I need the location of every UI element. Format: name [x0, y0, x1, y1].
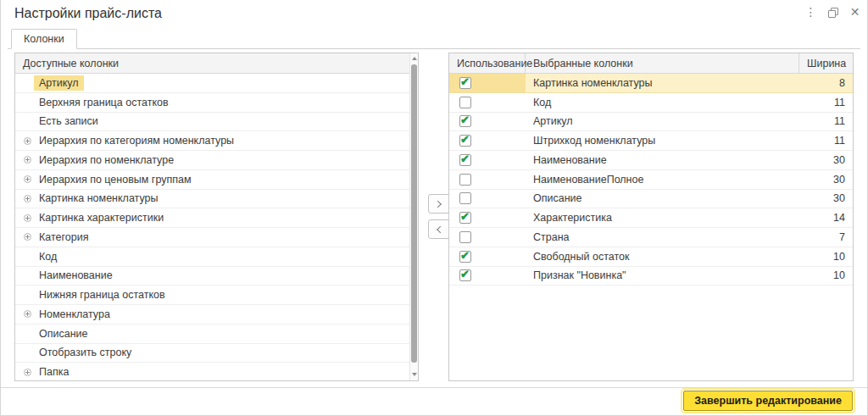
- usage-cell: [449, 247, 526, 266]
- width-value: 30: [833, 174, 845, 186]
- list-item-label: Иерархия по ценовым группам: [39, 174, 192, 186]
- list-item-label: Папка: [39, 366, 69, 378]
- expand-plus-icon[interactable]: [24, 369, 31, 376]
- table-row[interactable]: НаименованиеПолное 30: [449, 170, 853, 190]
- column-name-cell: Артикул: [526, 113, 799, 131]
- usage-checkbox[interactable]: [459, 174, 471, 186]
- list-item[interactable]: Наименование: [15, 267, 409, 286]
- expand-plus-icon[interactable]: [24, 214, 31, 222]
- width-value: 14: [833, 212, 845, 224]
- table-row[interactable]: Описание 30: [449, 190, 853, 209]
- tab-columns[interactable]: Колонки: [11, 29, 77, 49]
- list-item-label: Нижняя граница остатков: [39, 289, 165, 301]
- expand-icon-wrap: [22, 98, 32, 106]
- expand-plus-icon[interactable]: [24, 233, 31, 241]
- tab-bar: Колонки: [8, 29, 860, 49]
- table-row[interactable]: Артикул 11: [449, 113, 853, 132]
- list-item-label: Отобразить строку: [39, 347, 131, 358]
- usage-cell: [449, 170, 526, 189]
- width-cell: 14: [799, 208, 853, 227]
- column-name-label: Описание: [533, 192, 582, 204]
- usage-checkbox[interactable]: [459, 154, 471, 166]
- column-header-width: Ширина: [799, 53, 853, 73]
- chevron-right-icon: [434, 200, 441, 207]
- more-icon[interactable]: ⋮: [803, 4, 819, 19]
- usage-cell: [449, 113, 526, 131]
- list-item[interactable]: Отобразить строку: [15, 344, 409, 363]
- list-item-label: Номенклатура: [39, 308, 110, 320]
- column-name-label: Картинка номенклатуры: [533, 77, 653, 89]
- list-item[interactable]: Описание: [15, 324, 409, 344]
- usage-checkbox[interactable]: [459, 212, 471, 224]
- usage-checkbox[interactable]: [459, 251, 471, 263]
- expand-icon-wrap: [22, 272, 32, 280]
- column-header-columns: Выбранные колонки: [526, 53, 799, 73]
- usage-checkbox[interactable]: [459, 135, 471, 147]
- table-row[interactable]: Характеристика 14: [449, 208, 853, 228]
- usage-cell: [449, 151, 526, 169]
- list-item-label: Есть записи: [39, 115, 98, 127]
- usage-cell: [449, 74, 526, 92]
- column-header-usage: Использование: [449, 53, 526, 73]
- list-item[interactable]: Категория: [15, 228, 409, 247]
- list-item-label: Картинка характеристики: [39, 212, 164, 224]
- restore-glyph: [828, 8, 837, 17]
- column-name-cell: Страна: [526, 228, 799, 247]
- expand-icon-wrap: [22, 118, 32, 125]
- usage-checkbox[interactable]: [459, 231, 471, 243]
- price-list-settings-dialog: Настройки прайс-листа ⋮ ✕ Колонки Доступ…: [0, 0, 868, 416]
- width-cell: 8: [799, 74, 853, 92]
- list-item[interactable]: Папка: [15, 363, 409, 380]
- list-item[interactable]: Иерархия по категориям номенклатуры: [15, 131, 409, 151]
- available-columns-panel: Доступные колонки Артикул Верхняя границ…: [14, 53, 419, 381]
- restore-icon[interactable]: [825, 4, 841, 19]
- usage-cell: [449, 208, 526, 227]
- expand-plus-icon[interactable]: [24, 137, 31, 145]
- width-value: 10: [833, 269, 845, 281]
- list-item[interactable]: Есть записи: [15, 113, 409, 132]
- expand-plus-icon[interactable]: [24, 175, 31, 183]
- width-cell: 7: [799, 228, 853, 247]
- usage-checkbox[interactable]: [459, 97, 471, 108]
- finish-editing-button[interactable]: Завершить редактирование: [683, 391, 853, 411]
- usage-checkbox[interactable]: [459, 192, 471, 204]
- list-item[interactable]: Иерархия по ценовым группам: [15, 170, 409, 190]
- expand-icon-wrap: [22, 175, 32, 183]
- list-item[interactable]: Артикул: [15, 74, 409, 93]
- table-row[interactable]: Код 11: [449, 93, 853, 113]
- expand-plus-icon[interactable]: [24, 310, 31, 318]
- expand-icon-wrap: [22, 330, 32, 337]
- list-item-label: Верхняя граница остатков: [39, 97, 169, 108]
- list-item[interactable]: Верхняя граница остатков: [15, 93, 409, 113]
- column-name-cell: Штрихкод номенклатуры: [526, 131, 799, 150]
- table-row[interactable]: Штрихкод номенклатуры 11: [449, 131, 853, 151]
- list-item[interactable]: Номенклатура: [15, 305, 409, 324]
- scrollbar[interactable]: [409, 53, 418, 380]
- table-row[interactable]: Картинка номенклатуры 8: [449, 74, 853, 93]
- expand-icon-wrap: [22, 214, 32, 222]
- scroll-down-icon[interactable]: [412, 373, 417, 376]
- move-right-button[interactable]: [428, 194, 450, 214]
- list-item[interactable]: Картинка характеристики: [15, 208, 409, 228]
- scroll-up-icon[interactable]: [412, 57, 417, 60]
- table-row[interactable]: Свободный остаток 10: [449, 247, 853, 267]
- expand-plus-icon[interactable]: [24, 156, 31, 164]
- table-row[interactable]: Признак "Новинка" 10: [449, 267, 853, 286]
- list-item[interactable]: Иерархия по номенклатуре: [15, 151, 409, 170]
- expand-plus-icon[interactable]: [24, 195, 31, 202]
- column-name-cell: Наименование: [526, 151, 799, 169]
- list-item[interactable]: Код: [15, 247, 409, 267]
- list-item[interactable]: Картинка номенклатуры: [15, 190, 409, 209]
- list-item-label: Код: [39, 251, 57, 263]
- table-row[interactable]: Страна 7: [449, 228, 853, 247]
- usage-checkbox[interactable]: [459, 115, 471, 127]
- table-row[interactable]: Наименование 30: [449, 151, 853, 170]
- close-icon[interactable]: ✕: [847, 4, 863, 19]
- scrollbar-thumb[interactable]: [411, 64, 417, 363]
- width-value: 11: [834, 115, 845, 127]
- usage-checkbox[interactable]: [459, 269, 471, 281]
- column-name-label: Страна: [533, 231, 570, 243]
- usage-checkbox[interactable]: [459, 77, 471, 89]
- list-item[interactable]: Нижняя граница остатков: [15, 286, 409, 305]
- move-left-button[interactable]: [428, 219, 450, 239]
